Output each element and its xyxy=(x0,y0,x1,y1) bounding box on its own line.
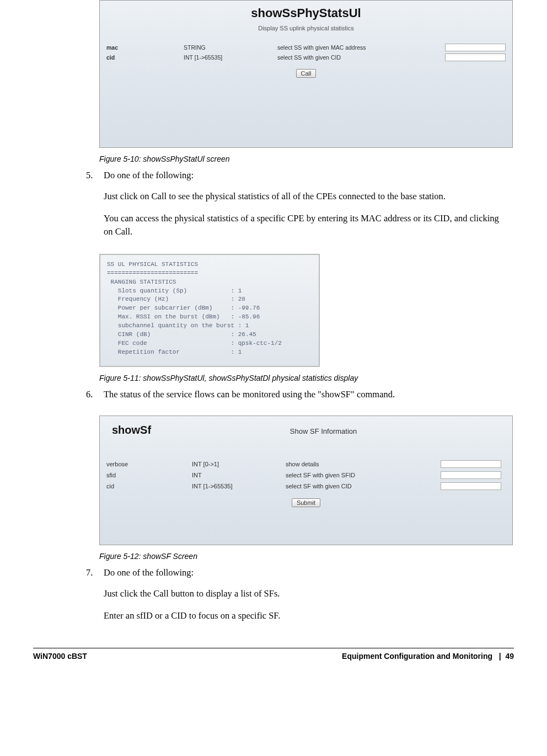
param-type: INT [1->65535] xyxy=(184,54,277,61)
step-text: Do one of the following: xyxy=(104,566,514,579)
step-text: The status of the service flows can be m… xyxy=(104,388,514,401)
sfid-input[interactable] xyxy=(441,471,501,479)
panel1-button-row: Call xyxy=(100,62,512,84)
step-number: 5. xyxy=(86,169,104,182)
param-name: sfid xyxy=(106,472,192,478)
showssphystatsul-panel: showSsPhyStatsUl Display SS uplink physi… xyxy=(99,0,513,148)
footer-right: Equipment Configuration and Monitoring |… xyxy=(87,652,514,661)
panel3-subtitle: Show SF Information xyxy=(151,427,496,435)
panel1-title: showSsPhyStatsUl xyxy=(100,1,512,20)
param-desc: select SF with given CID xyxy=(286,483,441,489)
step-text: Do one of the following: xyxy=(104,169,514,182)
step-5: 5. Do one of the following: xyxy=(86,169,514,190)
panel1-subtitle: Display SS uplink physical statistics xyxy=(100,20,512,42)
submit-button[interactable]: Submit xyxy=(292,498,320,507)
paragraph: Enter an sfID or a CID to focus on a spe… xyxy=(104,609,514,631)
mac-input[interactable] xyxy=(445,44,506,51)
param-desc: select SS with given MAC address xyxy=(277,44,445,51)
verbose-input[interactable] xyxy=(441,460,501,468)
paragraph: You can access the physical statistics o… xyxy=(104,212,514,247)
step-number: 6. xyxy=(86,388,104,401)
panel3-row-verbose: verbose INT [0->1] show details xyxy=(100,459,512,470)
param-name: verbose xyxy=(106,461,192,467)
panel1-row-mac: mac STRING select SS with given MAC addr… xyxy=(100,42,512,52)
step-6: 6. The status of the service flows can b… xyxy=(86,388,514,409)
footer-product: WiN7000 cBST xyxy=(33,652,87,661)
panel3-button-row: Submit xyxy=(100,492,512,514)
footer-page: 49 xyxy=(505,652,514,661)
param-type: INT [1->65535] xyxy=(192,483,286,489)
showsf-panel: showSf Show SF Information verbose INT [… xyxy=(99,416,513,545)
panel1-row-cid: cid INT [1->65535] select SS with given … xyxy=(100,52,512,62)
param-desc: select SF with given SFID xyxy=(286,472,441,478)
panel3-title: showSf xyxy=(112,424,151,436)
param-name: cid xyxy=(106,54,184,61)
call-button[interactable]: Call xyxy=(296,69,317,78)
param-name: cid xyxy=(106,483,192,489)
paragraph: Just click the Call button to display a … xyxy=(104,587,514,609)
page-footer: WiN7000 cBST Equipment Configuration and… xyxy=(33,648,514,661)
figure-caption-5-10: Figure 5-10: showSsPhyStatUl screen xyxy=(99,152,514,169)
cid-input[interactable] xyxy=(445,54,506,61)
param-name: mac xyxy=(106,44,184,51)
paragraph: Just click on Call to see the physical s… xyxy=(104,190,514,212)
footer-section: Equipment Configuration and Monitoring xyxy=(342,652,492,661)
param-type: STRING xyxy=(184,44,277,51)
param-desc: select SS with given CID xyxy=(277,54,445,61)
panel3-row-sfid: sfid INT select SF with given SFID xyxy=(100,470,512,481)
param-type: INT xyxy=(192,472,286,478)
step-7: 7. Do one of the following: xyxy=(86,566,514,587)
figure-caption-5-12: Figure 5-12: showSF Screen xyxy=(99,550,514,566)
footer-sep: | xyxy=(499,652,501,661)
figure-caption-5-11: Figure 5-11: showSsPhyStatUl, showSsPhyS… xyxy=(99,371,514,388)
cid-input-sf[interactable] xyxy=(441,482,501,490)
step-number: 7. xyxy=(86,566,104,579)
physical-stats-terminal: SS UL PHYSICAL STATISTICS ==============… xyxy=(99,254,320,367)
param-desc: show details xyxy=(286,461,441,467)
showsf-header: showSf Show SF Information xyxy=(100,416,512,449)
param-type: INT [0->1] xyxy=(192,461,286,467)
panel3-row-cid: cid INT [1->65535] select SF with given … xyxy=(100,481,512,492)
